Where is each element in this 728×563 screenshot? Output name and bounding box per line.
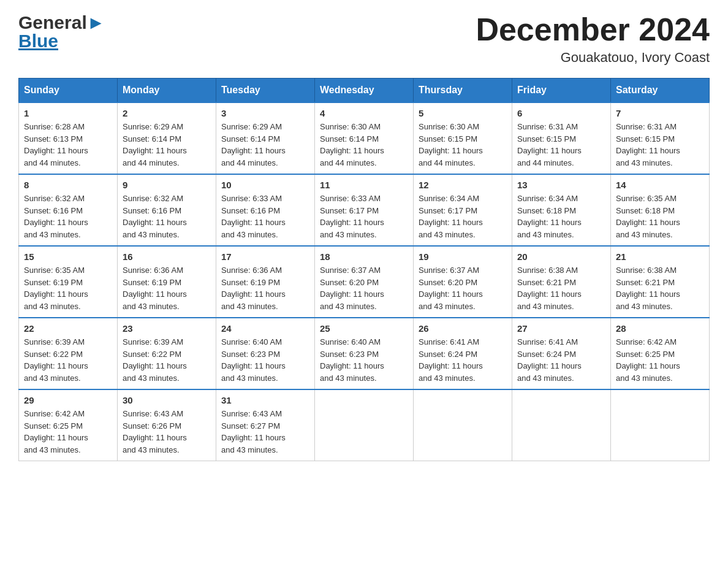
calendar-cell <box>611 389 710 461</box>
day-info: Sunrise: 6:35 AMSunset: 6:19 PMDaylight:… <box>24 264 112 312</box>
day-number: 2 <box>123 108 211 118</box>
day-info: Sunrise: 6:43 AMSunset: 6:26 PMDaylight:… <box>123 408 211 456</box>
calendar-cell: 18Sunrise: 6:37 AMSunset: 6:20 PMDayligh… <box>315 246 414 318</box>
day-info: Sunrise: 6:41 AMSunset: 6:24 PMDaylight:… <box>517 336 605 384</box>
day-info: Sunrise: 6:41 AMSunset: 6:24 PMDaylight:… <box>419 336 507 384</box>
calendar-cell: 6Sunrise: 6:31 AMSunset: 6:15 PMDaylight… <box>512 102 611 174</box>
calendar-cell: 7Sunrise: 6:31 AMSunset: 6:15 PMDaylight… <box>611 102 710 174</box>
day-number: 28 <box>616 323 704 334</box>
day-info: Sunrise: 6:30 AMSunset: 6:14 PMDaylight:… <box>320 121 408 169</box>
calendar-cell: 17Sunrise: 6:36 AMSunset: 6:19 PMDayligh… <box>216 246 315 318</box>
day-number: 29 <box>24 395 112 405</box>
day-number: 1 <box>24 108 112 118</box>
day-info: Sunrise: 6:31 AMSunset: 6:15 PMDaylight:… <box>616 121 704 169</box>
calendar-cell: 15Sunrise: 6:35 AMSunset: 6:19 PMDayligh… <box>19 246 118 318</box>
calendar-cell: 21Sunrise: 6:38 AMSunset: 6:21 PMDayligh… <box>611 246 710 318</box>
day-info: Sunrise: 6:38 AMSunset: 6:21 PMDaylight:… <box>517 264 605 312</box>
calendar-cell: 4Sunrise: 6:30 AMSunset: 6:14 PMDaylight… <box>315 102 414 174</box>
day-info: Sunrise: 6:39 AMSunset: 6:22 PMDaylight:… <box>123 336 211 384</box>
calendar-cell: 2Sunrise: 6:29 AMSunset: 6:14 PMDaylight… <box>118 102 216 174</box>
day-info: Sunrise: 6:35 AMSunset: 6:18 PMDaylight:… <box>616 193 704 240</box>
day-number: 12 <box>419 180 507 190</box>
day-number: 19 <box>419 251 507 262</box>
location: Gouakatouo, Ivory Coast <box>476 50 710 66</box>
day-number: 6 <box>517 108 605 118</box>
calendar-cell <box>315 389 414 461</box>
week-row-2: 8Sunrise: 6:32 AMSunset: 6:16 PMDaylight… <box>19 174 710 246</box>
calendar-cell: 30Sunrise: 6:43 AMSunset: 6:26 PMDayligh… <box>118 389 216 461</box>
day-number: 31 <box>221 395 309 405</box>
calendar-cell <box>512 389 611 461</box>
day-info: Sunrise: 6:36 AMSunset: 6:19 PMDaylight:… <box>221 264 309 312</box>
day-info: Sunrise: 6:33 AMSunset: 6:17 PMDaylight:… <box>320 193 408 240</box>
calendar-body: 1Sunrise: 6:28 AMSunset: 6:13 PMDaylight… <box>19 102 710 461</box>
calendar-cell: 19Sunrise: 6:37 AMSunset: 6:20 PMDayligh… <box>414 246 512 318</box>
calendar-cell: 9Sunrise: 6:32 AMSunset: 6:16 PMDaylight… <box>118 174 216 246</box>
weekday-header-saturday: Saturday <box>611 79 710 103</box>
day-number: 14 <box>616 180 704 190</box>
day-info: Sunrise: 6:42 AMSunset: 6:25 PMDaylight:… <box>24 408 112 456</box>
logo-blue: Blue <box>18 31 105 52</box>
day-number: 3 <box>221 108 309 118</box>
header-row: SundayMondayTuesdayWednesdayThursdayFrid… <box>19 79 710 103</box>
calendar-cell: 13Sunrise: 6:34 AMSunset: 6:18 PMDayligh… <box>512 174 611 246</box>
day-number: 18 <box>320 251 408 262</box>
weekday-header-thursday: Thursday <box>414 79 512 103</box>
day-info: Sunrise: 6:32 AMSunset: 6:16 PMDaylight:… <box>24 193 112 240</box>
calendar-cell: 10Sunrise: 6:33 AMSunset: 6:16 PMDayligh… <box>216 174 315 246</box>
day-info: Sunrise: 6:29 AMSunset: 6:14 PMDaylight:… <box>221 121 309 169</box>
day-info: Sunrise: 6:36 AMSunset: 6:19 PMDaylight:… <box>123 264 211 312</box>
weekday-header-wednesday: Wednesday <box>315 79 414 103</box>
calendar-cell <box>414 389 512 461</box>
weekday-header-sunday: Sunday <box>19 79 118 103</box>
day-number: 16 <box>123 251 211 262</box>
day-info: Sunrise: 6:40 AMSunset: 6:23 PMDaylight:… <box>221 336 309 384</box>
day-number: 15 <box>24 251 112 262</box>
week-row-5: 29Sunrise: 6:42 AMSunset: 6:25 PMDayligh… <box>19 389 710 461</box>
day-info: Sunrise: 6:30 AMSunset: 6:15 PMDaylight:… <box>419 121 507 169</box>
month-title: December 2024 <box>476 12 710 47</box>
day-number: 30 <box>123 395 211 405</box>
calendar-cell: 26Sunrise: 6:41 AMSunset: 6:24 PMDayligh… <box>414 318 512 389</box>
day-info: Sunrise: 6:31 AMSunset: 6:15 PMDaylight:… <box>517 121 605 169</box>
day-info: Sunrise: 6:42 AMSunset: 6:25 PMDaylight:… <box>616 336 704 384</box>
page-header: General► Blue December 2024 Gouakatouo, … <box>18 12 710 66</box>
calendar-cell: 20Sunrise: 6:38 AMSunset: 6:21 PMDayligh… <box>512 246 611 318</box>
day-info: Sunrise: 6:34 AMSunset: 6:18 PMDaylight:… <box>517 193 605 240</box>
day-number: 8 <box>24 180 112 190</box>
day-info: Sunrise: 6:32 AMSunset: 6:16 PMDaylight:… <box>123 193 211 240</box>
calendar-cell: 24Sunrise: 6:40 AMSunset: 6:23 PMDayligh… <box>216 318 315 389</box>
week-row-3: 15Sunrise: 6:35 AMSunset: 6:19 PMDayligh… <box>19 246 710 318</box>
day-info: Sunrise: 6:29 AMSunset: 6:14 PMDaylight:… <box>123 121 211 169</box>
day-number: 23 <box>123 323 211 334</box>
day-info: Sunrise: 6:38 AMSunset: 6:21 PMDaylight:… <box>616 264 704 312</box>
day-number: 20 <box>517 251 605 262</box>
day-number: 27 <box>517 323 605 334</box>
calendar-cell: 11Sunrise: 6:33 AMSunset: 6:17 PMDayligh… <box>315 174 414 246</box>
calendar-cell: 23Sunrise: 6:39 AMSunset: 6:22 PMDayligh… <box>118 318 216 389</box>
day-info: Sunrise: 6:39 AMSunset: 6:22 PMDaylight:… <box>24 336 112 384</box>
day-number: 11 <box>320 180 408 190</box>
day-info: Sunrise: 6:28 AMSunset: 6:13 PMDaylight:… <box>24 121 112 169</box>
calendar-cell: 8Sunrise: 6:32 AMSunset: 6:16 PMDaylight… <box>19 174 118 246</box>
weekday-header-friday: Friday <box>512 79 611 103</box>
day-info: Sunrise: 6:43 AMSunset: 6:27 PMDaylight:… <box>221 408 309 456</box>
day-number: 5 <box>419 108 507 118</box>
calendar-cell: 29Sunrise: 6:42 AMSunset: 6:25 PMDayligh… <box>19 389 118 461</box>
calendar-cell: 25Sunrise: 6:40 AMSunset: 6:23 PMDayligh… <box>315 318 414 389</box>
logo: General► Blue <box>18 12 105 52</box>
day-number: 22 <box>24 323 112 334</box>
calendar-cell: 14Sunrise: 6:35 AMSunset: 6:18 PMDayligh… <box>611 174 710 246</box>
calendar-cell: 22Sunrise: 6:39 AMSunset: 6:22 PMDayligh… <box>19 318 118 389</box>
calendar-cell: 12Sunrise: 6:34 AMSunset: 6:17 PMDayligh… <box>414 174 512 246</box>
calendar-cell: 27Sunrise: 6:41 AMSunset: 6:24 PMDayligh… <box>512 318 611 389</box>
calendar-cell: 28Sunrise: 6:42 AMSunset: 6:25 PMDayligh… <box>611 318 710 389</box>
day-info: Sunrise: 6:40 AMSunset: 6:23 PMDaylight:… <box>320 336 408 384</box>
day-number: 10 <box>221 180 309 190</box>
weekday-header-monday: Monday <box>118 79 216 103</box>
day-number: 9 <box>123 180 211 190</box>
calendar-cell: 1Sunrise: 6:28 AMSunset: 6:13 PMDaylight… <box>19 102 118 174</box>
calendar-header: SundayMondayTuesdayWednesdayThursdayFrid… <box>19 79 710 103</box>
day-number: 17 <box>221 251 309 262</box>
day-number: 13 <box>517 180 605 190</box>
